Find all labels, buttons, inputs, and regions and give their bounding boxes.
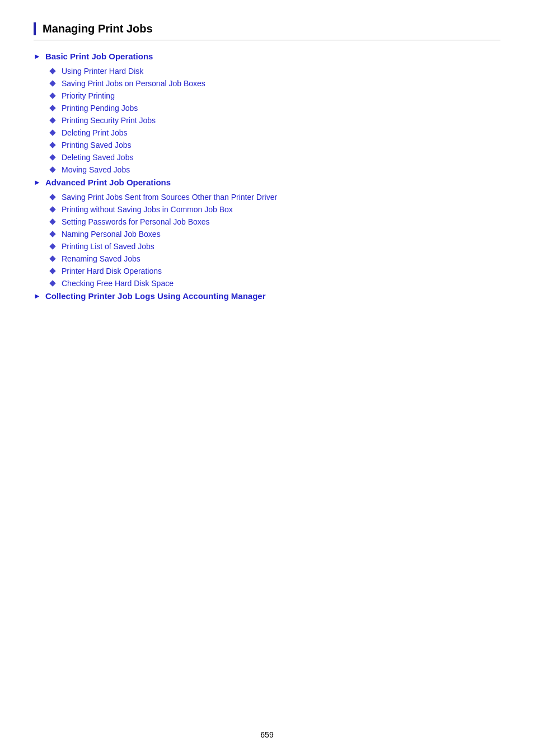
section-advanced-header[interactable]: ► Advanced Print Job Operations <box>34 178 500 187</box>
section-basic-title[interactable]: Basic Print Job Operations <box>45 52 153 61</box>
list-item: Printing Saved Jobs <box>50 141 500 150</box>
section-collecting: ► Collecting Printer Job Logs Using Acco… <box>34 291 500 301</box>
link-printer-hard-disk-operations[interactable]: Printer Hard Disk Operations <box>62 267 162 276</box>
link-moving-saved-jobs[interactable]: Moving Saved Jobs <box>62 165 130 174</box>
list-item: Deleting Saved Jobs <box>50 153 500 162</box>
link-saving-print-jobs-sources[interactable]: Saving Print Jobs Sent from Sources Othe… <box>62 193 277 202</box>
bullet-icon <box>49 218 55 225</box>
list-item: Printer Hard Disk Operations <box>50 267 500 276</box>
link-printing-list-saved-jobs[interactable]: Printing List of Saved Jobs <box>62 242 154 251</box>
bullet-icon <box>49 206 55 212</box>
title-divider <box>34 40 500 40</box>
link-renaming-saved-jobs[interactable]: Renaming Saved Jobs <box>62 254 140 263</box>
bullet-icon <box>49 142 55 148</box>
advanced-list: Saving Print Jobs Sent from Sources Othe… <box>50 193 500 288</box>
list-item: Printing Security Print Jobs <box>50 116 500 125</box>
list-item: Saving Print Jobs on Personal Job Boxes <box>50 79 500 88</box>
section-basic-header[interactable]: ► Basic Print Job Operations <box>34 52 500 61</box>
link-priority-printing[interactable]: Priority Printing <box>62 91 115 100</box>
bullet-icon <box>49 68 55 74</box>
page-title: Managing Print Jobs <box>43 22 153 35</box>
bullet-icon <box>49 280 55 286</box>
page-number: 659 <box>260 730 273 739</box>
bullet-icon <box>49 194 55 200</box>
page-title-section: Managing Print Jobs <box>34 22 500 35</box>
link-using-printer-hard-disk[interactable]: Using Printer Hard Disk <box>62 67 143 76</box>
link-deleting-saved-jobs[interactable]: Deleting Saved Jobs <box>62 153 133 162</box>
link-printing-pending-jobs[interactable]: Printing Pending Jobs <box>62 104 138 113</box>
section-collecting-title[interactable]: Collecting Printer Job Logs Using Accoun… <box>45 291 266 301</box>
list-item: Priority Printing <box>50 91 500 100</box>
arrow-icon-advanced: ► <box>34 178 41 186</box>
list-item: Using Printer Hard Disk <box>50 67 500 76</box>
link-naming-personal-job-boxes[interactable]: Naming Personal Job Boxes <box>62 230 161 239</box>
list-item: Naming Personal Job Boxes <box>50 230 500 239</box>
list-item: Checking Free Hard Disk Space <box>50 279 500 288</box>
section-advanced: ► Advanced Print Job Operations Saving P… <box>34 178 500 288</box>
list-item: Moving Saved Jobs <box>50 165 500 174</box>
list-item: Printing List of Saved Jobs <box>50 242 500 251</box>
bullet-icon <box>49 92 55 99</box>
bullet-icon <box>49 129 55 136</box>
bullet-icon <box>49 268 55 274</box>
bullet-icon <box>49 243 55 249</box>
link-printing-saved-jobs[interactable]: Printing Saved Jobs <box>62 141 132 150</box>
bullet-icon <box>49 255 55 262</box>
arrow-icon-collecting: ► <box>34 292 41 300</box>
arrow-icon-basic: ► <box>34 52 41 60</box>
bullet-icon <box>49 117 55 123</box>
bullet-icon <box>49 231 55 237</box>
list-item: Printing Pending Jobs <box>50 104 500 113</box>
list-item: Saving Print Jobs Sent from Sources Othe… <box>50 193 500 202</box>
link-saving-print-jobs[interactable]: Saving Print Jobs on Personal Job Boxes <box>62 79 205 88</box>
link-checking-free-hard-disk-space[interactable]: Checking Free Hard Disk Space <box>62 279 174 288</box>
link-printing-without-saving[interactable]: Printing without Saving Jobs in Common J… <box>62 205 233 214</box>
link-deleting-print-jobs[interactable]: Deleting Print Jobs <box>62 128 128 137</box>
section-basic: ► Basic Print Job Operations Using Print… <box>34 52 500 174</box>
bullet-icon <box>49 105 55 111</box>
link-printing-security-print-jobs[interactable]: Printing Security Print Jobs <box>62 116 156 125</box>
link-setting-passwords[interactable]: Setting Passwords for Personal Job Boxes <box>62 217 210 226</box>
list-item: Setting Passwords for Personal Job Boxes <box>50 217 500 226</box>
list-item: Deleting Print Jobs <box>50 128 500 137</box>
bullet-icon <box>49 80 55 86</box>
basic-list: Using Printer Hard Disk Saving Print Job… <box>50 67 500 174</box>
bullet-icon <box>49 166 55 172</box>
list-item: Renaming Saved Jobs <box>50 254 500 263</box>
section-collecting-header[interactable]: ► Collecting Printer Job Logs Using Acco… <box>34 291 500 301</box>
section-advanced-title[interactable]: Advanced Print Job Operations <box>45 178 171 187</box>
list-item: Printing without Saving Jobs in Common J… <box>50 205 500 214</box>
bullet-icon <box>49 154 55 160</box>
